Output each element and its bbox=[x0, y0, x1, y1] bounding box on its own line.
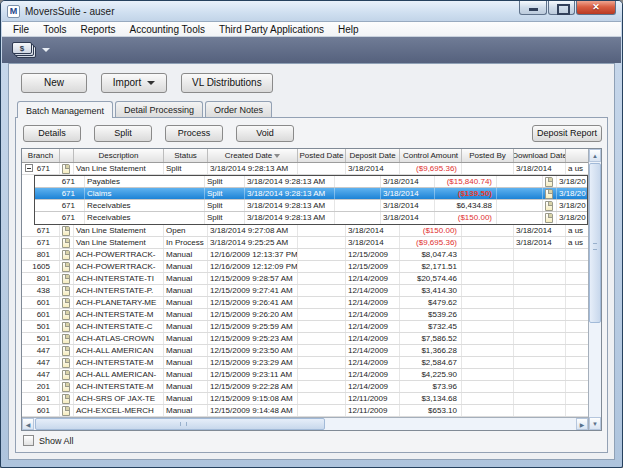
table-row[interactable]: 447ACH-INTERSTATE-MManual12/15/2009 9:23… bbox=[22, 357, 588, 369]
cell-control-amount: ($15,840.74) bbox=[435, 176, 497, 187]
menu-item-help[interactable]: Help bbox=[331, 23, 366, 36]
menu-item-accounting-tools[interactable]: Accounting Tools bbox=[123, 23, 212, 36]
table-row[interactable]: 671Van Line StatementIn Process3/18/2014… bbox=[22, 237, 588, 249]
cell-row-icon bbox=[60, 285, 74, 296]
cell-status: Manual bbox=[164, 381, 208, 392]
scroll-left-icon[interactable]: ◀ bbox=[22, 418, 34, 430]
table-row[interactable]: 671Van Line StatementOpen3/18/2014 9:27:… bbox=[22, 225, 588, 237]
document-icon bbox=[62, 322, 70, 332]
vertical-scrollbar[interactable]: ▲ ▼ bbox=[588, 149, 601, 430]
cell-description: ACH-INTERSTATE-TI bbox=[74, 273, 164, 284]
cell-deposit-date: 12/15/2009 bbox=[346, 261, 400, 272]
cell-download-date bbox=[514, 297, 566, 308]
table-row[interactable]: 601ACH-PLANETARY-MEManual12/15/2009 9:26… bbox=[22, 297, 588, 309]
tab-detail-processing[interactable]: Detail Processing bbox=[115, 101, 203, 117]
cell-created-date: 12/15/2009 9:22:28 AM bbox=[208, 381, 298, 392]
table-row[interactable]: 501ACH-INTERSTATE-CManual12/15/2009 9:25… bbox=[22, 321, 588, 333]
cell-row-icon bbox=[543, 188, 557, 199]
new-button[interactable]: New bbox=[21, 73, 87, 93]
cell-row-icon bbox=[60, 249, 74, 260]
table-row[interactable]: 201ACH-INTERSTATE-MManual12/15/2009 9:22… bbox=[22, 381, 588, 393]
show-all-checkbox[interactable] bbox=[23, 435, 34, 446]
cell-control-amount: $7,586.52 bbox=[400, 333, 462, 344]
table-row[interactable]: 438ACH-INTERSTATE-P.Manual12/15/2009 9:2… bbox=[22, 285, 588, 297]
table-row[interactable]: 801ACH-POWERTRACK-Manual12/16/2009 12:13… bbox=[22, 249, 588, 261]
cell-description: ACH-EXCEL-MERCH bbox=[74, 405, 164, 416]
deposit-report-button[interactable]: Deposit Report bbox=[532, 125, 602, 142]
table-row[interactable]: 447ACH-ALL AMERICANManual12/15/2009 9:23… bbox=[22, 345, 588, 357]
cell-created-date: 12/15/2009 9:28:57 AM bbox=[208, 273, 298, 284]
collapse-group-icon[interactable] bbox=[25, 164, 33, 172]
cell-description: ACH-INTERSTATE-M bbox=[74, 309, 164, 320]
document-icon bbox=[62, 238, 70, 248]
horizontal-scrollbar[interactable]: ◀ ▶ bbox=[22, 417, 588, 430]
column-header-blank-1[interactable] bbox=[60, 149, 74, 162]
table-row[interactable]: 1605ACH-POWERTRACK-Manual12/16/2009 12:1… bbox=[22, 261, 588, 273]
tab-batch-management[interactable]: Batch Management bbox=[17, 101, 113, 118]
scroll-up-icon[interactable]: ▲ bbox=[589, 149, 601, 162]
maximize-button[interactable] bbox=[548, 1, 575, 15]
document-icon bbox=[62, 262, 70, 272]
column-header-control-amount[interactable]: Control Amount bbox=[400, 149, 462, 162]
scroll-down-icon[interactable]: ▼ bbox=[589, 417, 601, 430]
table-row[interactable]: 501ACH-ATLAS-CROWNManual12/15/2009 9:25:… bbox=[22, 333, 588, 345]
table-row[interactable]: 801ACH-INTERSTATE-TIManual12/15/2009 9:2… bbox=[22, 273, 588, 285]
cell-download-date bbox=[514, 381, 566, 392]
menu-item-third-party-applications[interactable]: Third Party Applications bbox=[212, 23, 331, 36]
cell-description: ACH-INTERSTATE-M bbox=[74, 357, 164, 368]
sub-row[interactable]: 671ReceivablesSplit3/18/2014 9:28:13 AM3… bbox=[35, 212, 587, 224]
title-bar[interactable]: M MoversSuite - auser bbox=[1, 1, 622, 21]
import-button[interactable]: Import bbox=[101, 73, 167, 93]
cell-description: Receivables bbox=[85, 212, 205, 224]
cell-downloaded-by bbox=[566, 393, 588, 404]
cell-posted-by bbox=[462, 249, 514, 260]
cell-control-amount: $1,366.28 bbox=[400, 345, 462, 356]
column-header-download-date[interactable]: Download Date bbox=[514, 149, 566, 162]
table-row[interactable]: 601ACH-EXCEL-MERCHManual12/15/2009 9:14:… bbox=[22, 405, 588, 417]
split-button[interactable]: Split bbox=[94, 125, 152, 142]
sub-row[interactable]: 671ReceivablesSplit3/18/2014 9:28:13 AM3… bbox=[35, 200, 587, 212]
cell-description: ACH-SRS OF JAX-TE bbox=[74, 393, 164, 404]
column-header-deposit-date[interactable]: Deposit Date bbox=[346, 149, 400, 162]
sub-row[interactable]: 671PayablesSplit3/18/2014 9:28:13 AM3/18… bbox=[35, 176, 587, 188]
cell-deposit-date: 3/18/2014 bbox=[381, 176, 435, 187]
table-group-row[interactable]: 671Van Line StatementSplit3/18/2014 9:28… bbox=[22, 163, 588, 175]
cell-branch: 601 bbox=[22, 297, 60, 308]
dropdown-caret-icon[interactable] bbox=[42, 48, 50, 52]
column-header-blank-10[interactable] bbox=[566, 149, 588, 162]
cell-created-date: 12/15/2009 9:23:50 AM bbox=[208, 345, 298, 356]
menu-item-file[interactable]: File bbox=[6, 23, 36, 36]
menu-item-reports[interactable]: Reports bbox=[73, 23, 122, 36]
sub-row-selected[interactable]: 671ClaimsSplit3/18/2014 9:28:13 AM3/18/2… bbox=[35, 188, 587, 200]
chevron-down-icon bbox=[147, 81, 155, 85]
column-header-posted-by[interactable]: Posted By bbox=[462, 149, 514, 162]
horizontal-scroll-thumb[interactable] bbox=[35, 418, 325, 430]
details-button[interactable]: Details bbox=[23, 125, 81, 142]
vertical-scroll-thumb[interactable] bbox=[589, 163, 601, 323]
scroll-right-icon[interactable]: ▶ bbox=[576, 418, 588, 430]
cell-posted-date bbox=[298, 261, 346, 272]
table-row[interactable]: 601ACH-INTERSTATE-MManual12/15/2009 9:26… bbox=[22, 309, 588, 321]
tab-order-notes[interactable]: Order Notes bbox=[205, 101, 272, 117]
column-header-description[interactable]: Description bbox=[74, 149, 164, 162]
table-row[interactable]: 801ACH-SRS OF JAX-TEManual12/15/2009 9:1… bbox=[22, 393, 588, 405]
column-header-status[interactable]: Status bbox=[164, 149, 208, 162]
vl-distributions-button[interactable]: VL Distributions bbox=[181, 73, 273, 93]
column-header-branch[interactable]: Branch bbox=[22, 149, 60, 162]
cell-download-date: 3/18/2014 bbox=[514, 225, 566, 236]
column-header-posted-date[interactable]: Posted Date bbox=[298, 149, 346, 162]
process-button[interactable]: Process bbox=[165, 125, 223, 142]
deposits-toolbar-button[interactable]: $ bbox=[8, 39, 54, 61]
cell-posted-date bbox=[335, 212, 381, 224]
close-button[interactable] bbox=[576, 1, 616, 15]
table-row[interactable]: 447ACH-ALL AMERICAN-Manual12/15/2009 9:2… bbox=[22, 369, 588, 381]
menu-item-tools[interactable]: Tools bbox=[36, 23, 73, 36]
cell-posted-by bbox=[462, 345, 514, 356]
minimize-button[interactable] bbox=[519, 1, 547, 15]
cell-row-icon bbox=[60, 381, 74, 392]
column-header-label: Branch bbox=[28, 149, 53, 162]
void-button[interactable]: Void bbox=[236, 125, 294, 142]
cell-status: In Process bbox=[164, 237, 208, 248]
column-header-created-date[interactable]: Created Date bbox=[208, 149, 298, 162]
cell-status: Manual bbox=[164, 357, 208, 368]
